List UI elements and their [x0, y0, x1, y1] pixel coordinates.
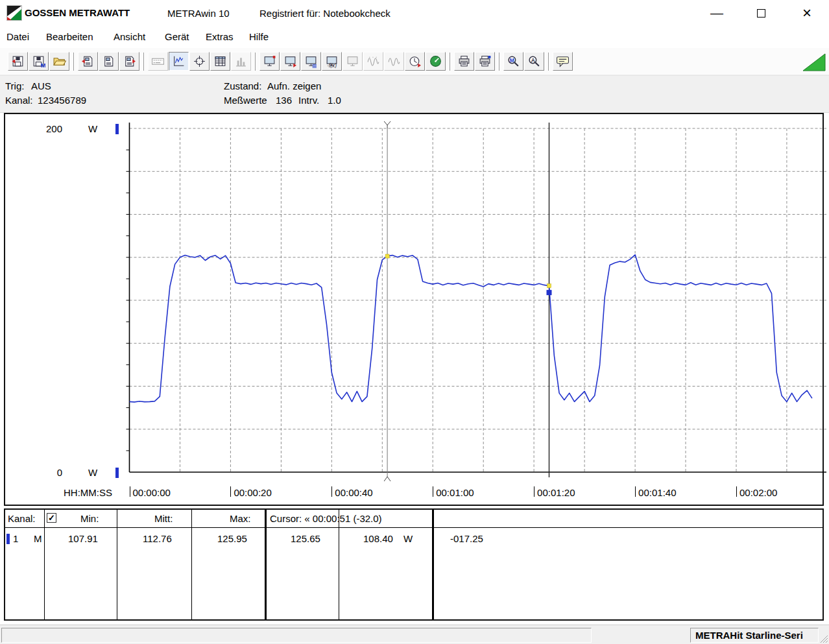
title-bar: GOSSEN METRAWATT METRAwin 10 Registriert…: [0, 0, 829, 26]
table-divider: [117, 510, 117, 619]
menu-extras[interactable]: Extras: [206, 31, 234, 42]
toolbar-separator: [255, 53, 256, 71]
channel-visible-checkbox[interactable]: ✓: [47, 513, 56, 523]
close-icon: ×: [802, 4, 811, 22]
wave-view-icon: [387, 54, 401, 68]
toolbar-separator: [73, 53, 75, 71]
wave-view-button[interactable]: [384, 52, 404, 71]
cursor-2-value-marker: [547, 284, 551, 288]
toolbar-separator: [143, 53, 145, 71]
table-header-rule: [5, 527, 823, 528]
monitor-export-icon: [283, 54, 297, 68]
print-icon: [457, 54, 471, 68]
zoom-m-button[interactable]: M: [503, 52, 523, 71]
read-device-icon: [81, 54, 95, 68]
x-tick-label: 00:00:20: [234, 487, 271, 498]
status-bar: METRAHit Starline-Seri: [0, 625, 829, 644]
read-device-button[interactable]: [78, 52, 98, 71]
cursor-1-value-marker: [385, 254, 389, 258]
channel-range-marker-top: [115, 124, 119, 134]
menu-bearbeiten[interactable]: Bearbeiten: [46, 31, 93, 42]
write-device-icon: [123, 54, 136, 68]
numeric-display-button[interactable]: [148, 52, 168, 71]
save-in-button[interactable]: [8, 52, 28, 71]
status-triangle-icon[interactable]: [802, 53, 826, 72]
print-button[interactable]: [454, 52, 474, 71]
histogram-button[interactable]: [231, 52, 251, 71]
print-preview-icon: [478, 54, 492, 68]
monitor-list-icon: [304, 54, 318, 68]
min-value: 107.91: [68, 533, 98, 544]
zustand-label: Zustand:: [224, 80, 261, 91]
channel-mode: M: [34, 533, 42, 544]
monitor-offline-icon: [346, 54, 359, 68]
monitor-button[interactable]: [259, 52, 280, 71]
monitor-list-button[interactable]: [301, 52, 321, 71]
device-memory-icon: [102, 54, 115, 68]
y-axis-top-label: 200: [34, 123, 62, 134]
x-tick-label: 00:00:40: [335, 487, 372, 498]
messwerte-value: 136: [276, 95, 292, 106]
open-folder-icon: [53, 54, 66, 68]
note-bubble-icon: [556, 54, 570, 68]
wave-points-button[interactable]: [363, 52, 383, 71]
app-title: METRAwin 10: [167, 8, 230, 19]
yt-chart-button[interactable]: [169, 52, 189, 71]
col-mitt-header: Mitt:: [154, 513, 173, 524]
x-tick-label: 00:01:20: [537, 487, 575, 498]
save-m-icon: M: [32, 54, 45, 68]
monitor-fx-button[interactable]: -f(x): [322, 52, 342, 71]
cursor1-value: 125.65: [291, 533, 320, 544]
zoom-a-icon: A: [527, 54, 541, 68]
maximize-icon: [757, 9, 765, 18]
xy-chart-icon: [193, 54, 206, 68]
cursor-1-bottom-marker[interactable]: [384, 477, 390, 481]
y-axis-unit-bottom: W: [88, 467, 97, 478]
intrv-value: 1.0: [328, 95, 341, 106]
toolbar-separator: [450, 53, 451, 71]
checkmark-icon: ✓: [48, 513, 55, 523]
trig-value: AUS: [31, 80, 51, 91]
note-button[interactable]: [553, 52, 573, 71]
menu-ansicht[interactable]: Ansicht: [114, 31, 145, 42]
device-name: METRAHit Starline-Seri: [695, 630, 803, 641]
app-logo-icon: [6, 5, 22, 21]
cursor-1-top-marker[interactable]: [384, 121, 390, 128]
resize-grip[interactable]: [819, 634, 828, 643]
intrv-label: Intrv.: [298, 95, 319, 106]
svg-text:M: M: [510, 57, 514, 64]
open-file-button[interactable]: [49, 52, 69, 71]
menu-geraet[interactable]: Gerät: [165, 31, 189, 42]
device-memory-button[interactable]: [99, 52, 119, 71]
menu-hilfe[interactable]: Hilfe: [249, 31, 269, 42]
x-tick-mark: [534, 486, 535, 497]
zoom-a-button[interactable]: A: [524, 52, 544, 71]
menu-datei[interactable]: Datei: [6, 31, 29, 42]
monitor-export-button[interactable]: [280, 52, 300, 71]
col-kanal-header: Kanal:: [8, 513, 36, 524]
interval-timer-button[interactable]: [405, 52, 425, 71]
maximize-button[interactable]: [746, 0, 776, 26]
close-button[interactable]: ×: [792, 0, 822, 26]
print-preview-button[interactable]: [475, 52, 495, 71]
x-tick-mark: [635, 486, 636, 497]
table-view-button[interactable]: [210, 52, 230, 71]
yt-plot-area[interactable]: [125, 121, 826, 483]
online-gauge-button[interactable]: [426, 52, 446, 71]
x-tick-mark: [736, 486, 737, 497]
cursor-readout-header: Cursor: « 00:00:51 (-32.0): [270, 513, 382, 524]
table-view-icon: [213, 54, 227, 68]
monitor-offline-button[interactable]: [342, 52, 363, 71]
table-divider: [191, 510, 192, 619]
minimize-button[interactable]: —: [702, 0, 732, 26]
table-divider: [339, 510, 339, 619]
registration-text: Registriert für: Notebookcheck: [259, 8, 390, 19]
x-tick-label: 00:00:00: [133, 487, 171, 498]
delta-value: -017.25: [450, 533, 483, 544]
write-device-button[interactable]: [119, 52, 139, 71]
x-tick-label: 00:02:00: [739, 487, 777, 498]
save-m-button[interactable]: M: [29, 52, 49, 71]
x-tick-mark: [433, 486, 433, 497]
xy-chart-button[interactable]: [189, 52, 210, 71]
zustand-value: Aufn. zeigen: [267, 80, 321, 91]
